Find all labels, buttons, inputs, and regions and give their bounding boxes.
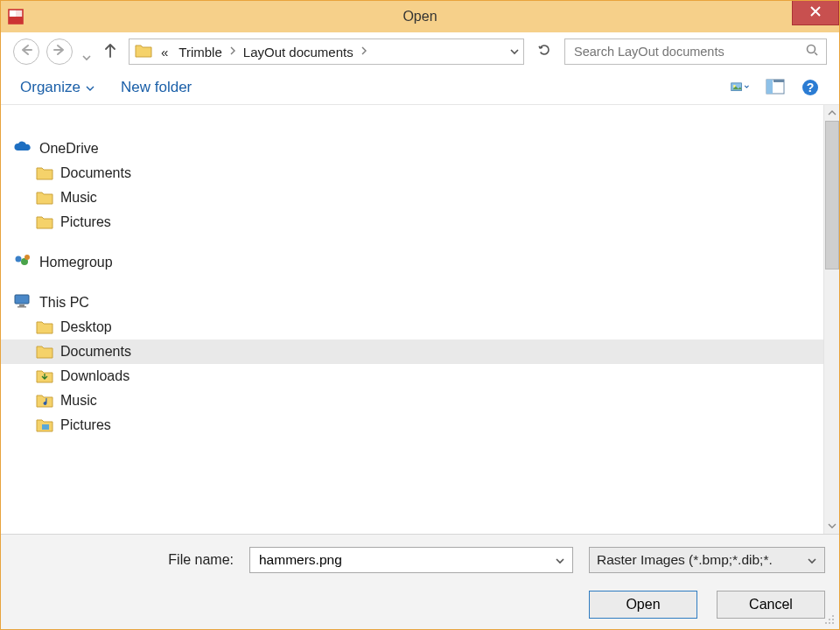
organize-label: Organize bbox=[20, 79, 80, 96]
folder-icon bbox=[36, 344, 53, 360]
svg-rect-7 bbox=[766, 80, 773, 94]
help-button[interactable]: ? bbox=[801, 78, 820, 97]
svg-rect-2 bbox=[16, 10, 23, 17]
sidebar-item-onedrive-documents[interactable]: Documents bbox=[1, 161, 839, 186]
open-dialog: Open « bbox=[0, 0, 840, 630]
sidebar-item-music[interactable]: Music bbox=[1, 388, 839, 413]
up-button[interactable] bbox=[102, 44, 118, 60]
sidebar-item-label: This PC bbox=[39, 295, 89, 311]
svg-rect-1 bbox=[9, 17, 23, 24]
sidebar-item-label: Pictures bbox=[60, 417, 111, 433]
recent-locations-dropdown[interactable] bbox=[81, 49, 92, 55]
address-dropdown[interactable] bbox=[506, 39, 523, 64]
folder-icon bbox=[36, 393, 53, 409]
arrow-left-icon bbox=[19, 44, 33, 60]
cancel-button[interactable]: Cancel bbox=[717, 591, 825, 619]
svg-point-13 bbox=[24, 255, 30, 260]
svg-point-3 bbox=[808, 46, 816, 53]
breadcrumb-seg-layoutdocs[interactable]: LayOut documents bbox=[238, 39, 359, 64]
search-input[interactable] bbox=[572, 44, 805, 60]
folder-icon bbox=[135, 43, 152, 60]
sidebar-item-onedrive-music[interactable]: Music bbox=[1, 186, 839, 210]
scroll-up-icon[interactable] bbox=[824, 105, 840, 121]
back-button[interactable] bbox=[13, 38, 39, 65]
sidebar-item-thispc[interactable]: This PC bbox=[1, 290, 839, 315]
svg-point-24 bbox=[829, 619, 830, 620]
preview-pane-toggle[interactable] bbox=[766, 78, 785, 97]
svg-text:?: ? bbox=[807, 80, 815, 94]
sidebar-item-label: Documents bbox=[60, 344, 131, 360]
folder-icon bbox=[36, 190, 53, 206]
svg-rect-16 bbox=[18, 306, 26, 308]
new-folder-label: New folder bbox=[121, 79, 192, 95]
filetype-filter-dropdown[interactable]: Raster Images (*.bmp;*.dib;*. bbox=[589, 547, 825, 573]
folder-icon bbox=[36, 417, 53, 433]
scroll-thumb[interactable] bbox=[825, 121, 839, 270]
scroll-down-icon[interactable] bbox=[824, 518, 840, 534]
breadcrumb-prefix: « bbox=[156, 39, 173, 64]
arrow-right-icon bbox=[52, 44, 66, 60]
caret-down-icon[interactable] bbox=[555, 552, 565, 568]
sidebar-scrollbar[interactable] bbox=[823, 105, 839, 534]
refresh-button[interactable] bbox=[531, 38, 557, 65]
svg-point-26 bbox=[825, 622, 827, 624]
caret-down-icon bbox=[807, 552, 817, 568]
cancel-button-label: Cancel bbox=[749, 597, 793, 612]
body: OneDrive Documents Music Pictures bbox=[1, 105, 839, 534]
arrow-up-icon bbox=[103, 42, 117, 61]
filename-input[interactable] bbox=[257, 551, 555, 569]
sidebar-item-pictures[interactable]: Pictures bbox=[1, 413, 839, 438]
command-toolbar: Organize New folder ? bbox=[1, 71, 839, 105]
svg-rect-17 bbox=[42, 424, 49, 430]
sidebar-item-label: OneDrive bbox=[39, 141, 99, 157]
filename-combobox[interactable] bbox=[249, 547, 573, 573]
svg-point-28 bbox=[832, 622, 834, 624]
sidebar-item-homegroup[interactable]: Homegroup bbox=[1, 250, 839, 275]
folder-icon bbox=[36, 319, 53, 335]
sidebar-item-onedrive-pictures[interactable]: Pictures bbox=[1, 210, 839, 234]
svg-rect-8 bbox=[774, 80, 784, 82]
breadcrumb-seg-trimble[interactable]: Trimble bbox=[173, 39, 227, 64]
new-folder-button[interactable]: New folder bbox=[121, 79, 192, 96]
close-icon bbox=[809, 5, 822, 21]
titlebar: Open bbox=[1, 1, 839, 32]
organize-menu[interactable]: Organize bbox=[20, 79, 94, 96]
sidebar-item-documents[interactable]: Documents bbox=[1, 340, 839, 364]
search-icon bbox=[805, 43, 819, 60]
chevron-right-icon[interactable] bbox=[228, 46, 238, 59]
caret-down-icon bbox=[86, 79, 94, 96]
svg-rect-14 bbox=[15, 295, 29, 304]
sidebar-item-label: Homegroup bbox=[39, 255, 113, 270]
forward-button[interactable] bbox=[46, 38, 73, 65]
sidebar: OneDrive Documents Music Pictures bbox=[1, 105, 839, 534]
resize-grip[interactable] bbox=[823, 613, 836, 626]
sidebar-item-onedrive[interactable]: OneDrive bbox=[1, 136, 839, 161]
sidebar-item-downloads[interactable]: Downloads bbox=[1, 364, 839, 388]
close-button[interactable] bbox=[792, 1, 839, 25]
sidebar-item-label: Pictures bbox=[60, 214, 111, 230]
open-button[interactable]: Open bbox=[589, 591, 697, 619]
chevron-right-icon[interactable] bbox=[359, 46, 369, 59]
sidebar-item-label: Downloads bbox=[60, 368, 130, 384]
onedrive-icon bbox=[13, 140, 32, 158]
filetype-filter-label: Raster Images (*.bmp;*.dib;*. bbox=[597, 552, 773, 568]
nav-row: « Trimble LayOut documents bbox=[1, 32, 839, 71]
view-mode-dropdown[interactable] bbox=[731, 78, 750, 97]
window-title: Open bbox=[1, 9, 839, 24]
refresh-icon bbox=[536, 42, 552, 61]
sidebar-item-label: Music bbox=[60, 190, 97, 206]
open-button-label: Open bbox=[626, 597, 660, 612]
svg-point-23 bbox=[832, 615, 834, 617]
folder-icon bbox=[36, 165, 53, 181]
filename-label: File name: bbox=[168, 552, 234, 568]
address-bar[interactable]: « Trimble LayOut documents bbox=[129, 38, 524, 65]
footer: File name: Raster Images (*.bmp;*.dib;*.… bbox=[1, 534, 839, 629]
folder-icon bbox=[36, 214, 53, 230]
search-box[interactable] bbox=[564, 38, 827, 65]
sidebar-item-label: Desktop bbox=[60, 319, 112, 335]
svg-point-27 bbox=[829, 622, 830, 624]
sidebar-item-desktop[interactable]: Desktop bbox=[1, 315, 839, 340]
svg-rect-15 bbox=[19, 304, 24, 306]
sidebar-item-label: Music bbox=[60, 393, 97, 409]
thispc-icon bbox=[13, 293, 32, 312]
